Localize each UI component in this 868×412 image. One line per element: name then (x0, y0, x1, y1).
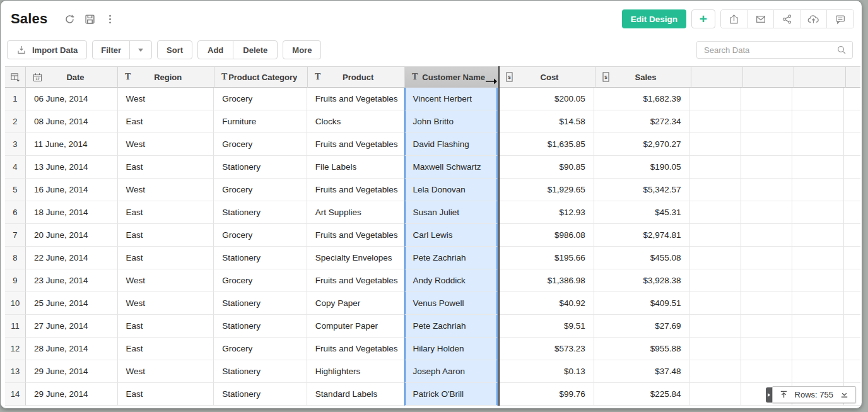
collapse-tab[interactable] (766, 387, 772, 403)
column-header-empty[interactable] (691, 66, 743, 88)
row-number[interactable]: 7 (5, 224, 26, 247)
save-icon[interactable] (85, 13, 96, 25)
cell-region[interactable]: East (118, 338, 214, 360)
filter-button[interactable]: Filter (93, 41, 129, 59)
cell-empty[interactable] (741, 201, 792, 224)
row-number[interactable]: 3 (5, 133, 26, 156)
cell-empty[interactable] (741, 88, 792, 110)
cell-customer[interactable]: Venus Powell (404, 292, 498, 315)
column-header-date[interactable]: 17 Date (26, 66, 118, 88)
cell-category[interactable]: Grocery (214, 338, 307, 360)
cell-empty[interactable] (689, 383, 741, 406)
cell-product[interactable]: File Labels (307, 156, 404, 179)
cell-region[interactable]: West (118, 360, 214, 383)
cell-region[interactable]: West (118, 179, 214, 201)
cell-empty[interactable] (741, 360, 792, 383)
column-header-empty[interactable] (846, 66, 860, 88)
cell-empty[interactable] (741, 156, 792, 179)
row-number[interactable]: 10 (5, 292, 26, 315)
cell-cost[interactable]: $1,386.98 (498, 269, 594, 292)
cell-sales[interactable]: $5,342.57 (594, 179, 690, 201)
column-header-empty[interactable] (794, 66, 846, 88)
cell-empty[interactable] (689, 224, 741, 247)
more-button[interactable]: More (283, 40, 321, 59)
cell-cost[interactable]: $90.85 (498, 156, 594, 179)
go-to-last-row-icon[interactable] (840, 390, 849, 399)
cell-category[interactable]: Grocery (214, 133, 307, 156)
cell-empty[interactable] (689, 360, 741, 383)
cell-customer[interactable]: Patrick O'Brill (404, 383, 498, 406)
cell-category[interactable]: Grocery (214, 179, 307, 201)
cell-customer[interactable]: Susan Juliet (404, 201, 498, 224)
cell-sales[interactable]: $45.31 (594, 201, 690, 224)
cell-category[interactable]: Stationery (214, 247, 307, 269)
cell-cost[interactable]: $9.51 (498, 315, 594, 338)
row-number[interactable]: 2 (5, 110, 26, 133)
cell-empty[interactable] (689, 269, 741, 292)
email-button[interactable] (748, 10, 774, 28)
cell-date[interactable]: 22 June, 2014 (26, 247, 118, 269)
cell-customer[interactable]: Hilary Holden (404, 338, 498, 360)
cell-product[interactable]: Specialty Envelopes (307, 247, 404, 269)
export-button[interactable] (721, 10, 748, 28)
cell-product[interactable]: Fruits and Vegetables (307, 133, 404, 156)
cell-empty[interactable] (792, 292, 844, 315)
cell-product[interactable]: Fruits and Vegetables (307, 224, 404, 247)
cell-empty[interactable] (741, 338, 792, 360)
cell-date[interactable]: 29 June, 2014 (26, 360, 118, 383)
cell-product[interactable]: Fruits and Vegetables (307, 179, 404, 201)
cell-empty[interactable] (844, 110, 860, 133)
add-new-button[interactable]: + (691, 9, 715, 28)
sort-button[interactable]: Sort (157, 40, 192, 59)
cell-product[interactable]: Clocks (307, 110, 404, 133)
cell-category[interactable]: Stationery (214, 383, 307, 406)
cell-customer[interactable]: Lela Donovan (404, 179, 498, 201)
cell-cost[interactable]: $986.08 (498, 224, 594, 247)
cell-empty[interactable] (741, 133, 792, 156)
cell-category[interactable]: Stationery (214, 156, 307, 179)
cloud-upload-button[interactable] (801, 10, 827, 28)
cell-empty[interactable] (689, 338, 741, 360)
cell-sales[interactable]: $955.88 (594, 338, 690, 360)
cell-category[interactable]: Stationery (214, 315, 307, 338)
row-number[interactable]: 11 (5, 315, 26, 338)
filter-dropdown-button[interactable] (129, 41, 151, 59)
cell-cost[interactable]: $14.58 (498, 110, 594, 133)
cell-product[interactable]: Highlighters (307, 360, 404, 383)
cell-empty[interactable] (792, 269, 844, 292)
cell-product[interactable]: Fruits and Vegetables (307, 88, 404, 110)
cell-empty[interactable] (689, 201, 741, 224)
cell-region[interactable]: East (118, 315, 214, 338)
row-number[interactable]: 8 (5, 247, 26, 269)
cell-empty[interactable] (844, 179, 860, 201)
cell-date[interactable]: 27 June, 2014 (26, 315, 118, 338)
cell-sales[interactable]: $37.48 (594, 360, 690, 383)
cell-date[interactable]: 29 June, 2014 (26, 383, 118, 406)
cell-sales[interactable]: $2,970.27 (594, 133, 690, 156)
cell-sales[interactable]: $409.51 (594, 292, 690, 315)
row-number[interactable]: 5 (5, 179, 26, 201)
cell-empty[interactable] (844, 88, 860, 110)
cell-sales[interactable]: $27.69 (594, 315, 690, 338)
cell-category[interactable]: Stationery (214, 292, 307, 315)
cell-customer[interactable]: Maxwell Schwartz (404, 156, 498, 179)
cell-empty[interactable] (689, 110, 741, 133)
row-number[interactable]: 12 (5, 338, 26, 360)
cell-region[interactable]: East (118, 224, 214, 247)
cell-date[interactable]: 16 June, 2014 (26, 179, 118, 201)
cell-customer[interactable]: Pete Zachriah (404, 315, 498, 338)
cell-empty[interactable] (844, 133, 860, 156)
cell-empty[interactable] (844, 156, 860, 179)
cell-empty[interactable] (844, 360, 860, 383)
cell-empty[interactable] (792, 360, 844, 383)
row-number[interactable]: 1 (5, 88, 26, 110)
cell-empty[interactable] (792, 88, 844, 110)
cell-date[interactable]: 23 June, 2014 (26, 269, 118, 292)
cell-empty[interactable] (792, 224, 844, 247)
cell-empty[interactable] (741, 110, 792, 133)
cell-empty[interactable] (792, 201, 844, 224)
cell-region[interactable]: East (118, 110, 214, 133)
cell-region[interactable]: West (118, 88, 214, 110)
cell-sales[interactable]: $272.34 (594, 110, 690, 133)
cell-category[interactable]: Stationery (214, 201, 307, 224)
